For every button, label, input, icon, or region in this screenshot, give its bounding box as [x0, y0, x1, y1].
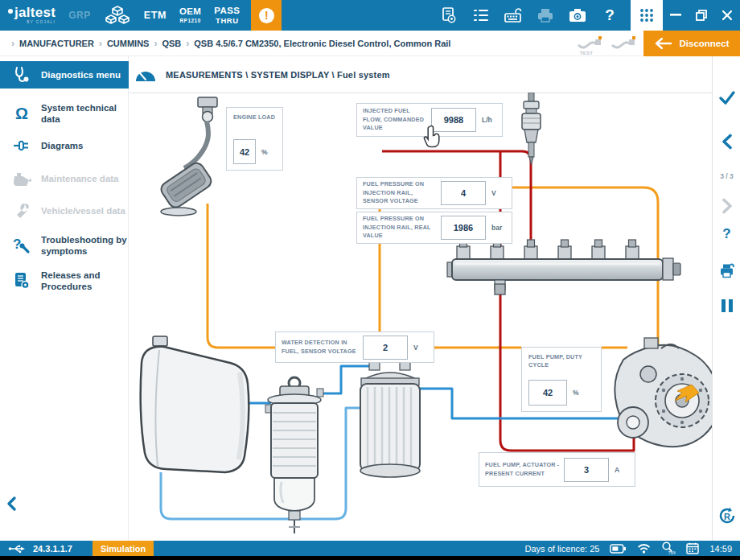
minimize-button[interactable] [663, 0, 689, 31]
logo-subtitle: BY COJALI [27, 21, 56, 25]
question-wrench-icon: ? [11, 236, 32, 255]
fuel-filter-separator-illustration [265, 377, 323, 533]
next-page-button [713, 198, 740, 214]
titlebar-right-cluster: ? [433, 0, 740, 31]
page-title: MEASUREMENTS \ SYSTEM DISPLAY \ Fuel sys… [166, 70, 390, 80]
pass-thru-label[interactable]: PASS THRU [214, 6, 240, 25]
page-indicator: 3 / 3 [713, 172, 740, 180]
refresh-button[interactable]: R [713, 505, 740, 526]
measurement-unit: V [413, 344, 428, 352]
sidebar: Diagnostics menu Ω System technical data… [0, 56, 129, 541]
clock-time: 14:59 [709, 544, 732, 554]
measurement-value: 3 [564, 458, 609, 482]
licence-days: Days of licence: 25 [525, 544, 600, 554]
wrench-icon [11, 202, 32, 220]
measurement-pump-duty-cycle[interactable]: FUEL PUMP, DUTY CYCLE 42 % [521, 347, 602, 412]
report-icon[interactable] [437, 0, 461, 31]
document-stack-icon [11, 271, 32, 290]
sidebar-item-maintenance-data: Maintenance data [0, 164, 129, 193]
keyboard-icon[interactable] [501, 0, 525, 31]
svg-text:?: ? [13, 237, 21, 252]
breadcrumb-item-brand[interactable]: CUMMINS [107, 39, 150, 48]
calendar-icon[interactable] [686, 542, 699, 554]
fuel-tank-illustration [141, 336, 249, 472]
sidebar-item-diagnostics-menu[interactable]: Diagnostics menu [0, 61, 129, 89]
logo-text: jaltest [14, 5, 56, 20]
disconnect-button[interactable]: Disconnect [643, 31, 740, 56]
check-icon [718, 90, 736, 106]
prev-page-button[interactable] [713, 134, 740, 150]
cubes-icon[interactable] [104, 5, 131, 26]
help-icon[interactable]: ? [598, 0, 622, 31]
measurement-value: 2 [363, 336, 408, 360]
oem-rp1210-label[interactable]: OEM RP1210 [179, 7, 201, 23]
oil-can-icon [11, 170, 32, 187]
measurement-unit: % [573, 389, 587, 397]
help-button[interactable]: ? [713, 227, 740, 241]
close-button[interactable] [714, 0, 740, 31]
logo-dot-icon [8, 9, 13, 14]
screenshot-camera-icon[interactable] [565, 0, 590, 31]
breadcrumb-separator-icon [186, 38, 189, 49]
etm-label[interactable]: ETM [144, 10, 166, 21]
breadcrumb-item-manufacturer[interactable]: MANUFACTURER [19, 39, 94, 48]
chevron-left-icon [720, 134, 734, 150]
sidebar-item-releases-procedures[interactable]: Releases and Procedures [0, 262, 129, 299]
zoom-level-text: 75% [668, 550, 676, 555]
measurement-rail-pressure-real[interactable]: FUEL PRESSURE ON INJECTION RAIL, REAL VA… [356, 212, 512, 244]
print-measurements-button[interactable] [713, 262, 740, 278]
usb-icon [8, 544, 26, 554]
confirm-button[interactable] [713, 90, 740, 106]
measurement-water-detection[interactable]: WATER DETECTION IN FUEL, SENSOR VOLTAGE … [275, 331, 434, 363]
app-version: 24.3.1.1.7 [33, 544, 72, 554]
zoom-level-icon[interactable]: 75% [661, 541, 676, 555]
grp-label: GRP [68, 10, 91, 21]
measurement-pump-actuator-current[interactable]: FUEL PUMP, ACTUATOR - PRESENT CURRENT 3 … [479, 452, 635, 487]
breadcrumb-bar: MANUFACTURER CUMMINS QSB QSB 4.5/6.7 CM2… [0, 31, 740, 56]
sidebar-item-system-technical-data[interactable]: Ω System technical data [0, 99, 129, 128]
list-icon[interactable] [469, 0, 493, 31]
measurement-value: 42 [233, 139, 256, 164]
breadcrumb-separator-icon [154, 38, 157, 49]
sidebar-item-label: Diagnostics menu [41, 69, 121, 80]
chevron-right-icon [720, 198, 734, 214]
omega-icon: Ω [11, 105, 32, 121]
content-header: MEASUREMENTS \ SYSTEM DISPLAY \ Fuel sys… [135, 68, 390, 82]
back-button[interactable] [5, 496, 19, 512]
simulation-mode-badge: Simulation [92, 541, 154, 556]
measurement-engine-load[interactable]: ENGINE LOAD 42 % [226, 107, 283, 171]
battery-icon [610, 544, 627, 554]
apps-grid-button[interactable] [631, 0, 663, 31]
breadcrumb: MANUFACTURER CUMMINS QSB QSB 4.5/6.7 CM2… [6, 38, 450, 49]
svg-text:R: R [724, 512, 730, 521]
breadcrumb-item-system[interactable]: QSB 4.5/6.7 CM2350, Electronic Diesel Co… [194, 39, 450, 48]
sidebar-item-vehicle-vessel-data: Vehicle/vessel data [0, 196, 129, 225]
pause-button[interactable] [713, 299, 740, 312]
measurement-unit: % [261, 148, 276, 156]
connector-icon [610, 33, 637, 54]
measurement-unit: A [615, 466, 629, 474]
injector-illustration [522, 93, 541, 165]
connector-plug-icon [11, 136, 32, 155]
breadcrumb-item-model[interactable]: QSB [162, 39, 181, 48]
exclamation-icon: ! [259, 8, 274, 23]
sidebar-item-diagrams[interactable]: Diagrams [0, 131, 129, 160]
print-icon [533, 0, 557, 31]
alert-button[interactable]: ! [251, 0, 282, 31]
measurement-rail-pressure-voltage[interactable]: FUEL PRESSURE ON INJECTION RAIL, SENSOR … [356, 177, 512, 209]
arrow-left-icon [655, 37, 672, 50]
jaltest-app: jaltest BY COJALI GRP ETM OEM RP1210 [0, 0, 740, 560]
measurement-unit: L/h [482, 116, 496, 124]
window-bottom-edge [0, 556, 740, 560]
rail-connector-node [495, 284, 505, 294]
restore-window-button[interactable] [689, 0, 714, 31]
jaltest-logo: jaltest BY COJALI [8, 6, 56, 25]
sidebar-item-troubleshooting[interactable]: ? Troubleshooting by symptoms [0, 227, 129, 264]
titlebar-left-cluster: jaltest BY COJALI GRP ETM OEM RP1210 [0, 0, 282, 31]
wifi-icon [637, 543, 651, 554]
measurement-value: 42 [528, 380, 567, 406]
connection-status-cluster: TEST Disconnect [576, 31, 740, 56]
accelerator-pedal-illustration [158, 97, 217, 216]
common-rail-illustration [447, 240, 680, 294]
measurement-unit: V [491, 189, 506, 197]
